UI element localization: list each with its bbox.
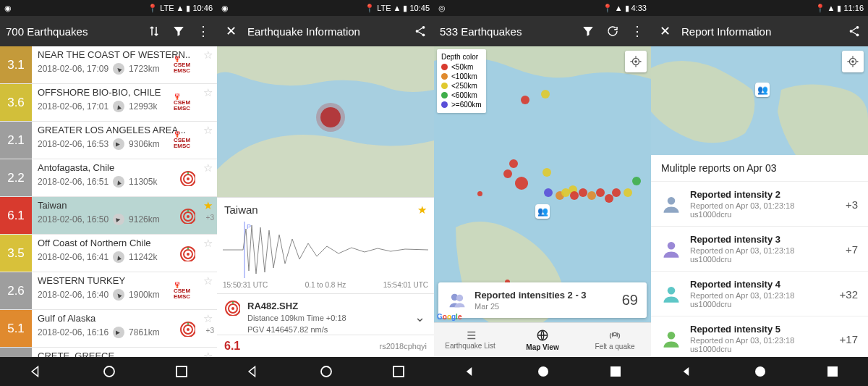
favorite-star[interactable]: ☆ — [203, 237, 213, 250]
nav-recent[interactable] — [392, 365, 405, 378]
earthquake-row[interactable]: 2.1GREATER LOS ANGELES AREA,..2018-02-06… — [0, 122, 217, 159]
legend-label: >=600km — [451, 101, 482, 109]
report-row[interactable]: Reported intensity 4Reported on Apr 03, … — [651, 272, 868, 316]
quake-dot[interactable] — [624, 188, 632, 197]
share-icon[interactable] — [846, 23, 862, 39]
overflow-icon[interactable]: ⋮ — [629, 23, 645, 39]
earthquake-row[interactable]: 2.8CRETE, GREECE2018-02-06, 16:05▲2141km… — [0, 348, 217, 357]
report-count: +3 — [846, 198, 858, 210]
quake-dot[interactable] — [596, 188, 605, 197]
earthquake-row[interactable]: 3.5Off Coast of Northern Chile2018-02-06… — [0, 235, 217, 272]
quake-dot[interactable] — [541, 90, 550, 98]
my-location-button[interactable] — [625, 51, 647, 72]
earthquake-row[interactable]: 5.1Gulf of Alaska2018-02-06, 16:16▲7861k… — [0, 310, 217, 348]
chevron-down-icon[interactable]: ⌄ — [414, 309, 425, 325]
quake-dot[interactable] — [544, 188, 553, 197]
quake-dot[interactable] — [579, 188, 587, 197]
battery-icon: ▮ — [186, 4, 190, 13]
report-id: us1000dcru — [690, 300, 794, 309]
nav-back[interactable] — [29, 364, 43, 379]
report-time: Reported on Apr 03, 01:23:18 — [690, 336, 794, 345]
quake-dot[interactable] — [477, 191, 482, 196]
appbar: ✕ Report Information — [651, 16, 868, 46]
nav-recent[interactable] — [175, 365, 188, 378]
favorite-star[interactable]: ☆ — [203, 124, 213, 137]
favorite-star[interactable]: ☆ — [203, 350, 213, 357]
quake-dot[interactable] — [521, 96, 529, 104]
report-row[interactable]: Reported intensity 2Reported on Apr 03, … — [651, 182, 868, 227]
time-text: 2018-02-06, 16:53 — [38, 139, 109, 149]
close-icon[interactable]: ✕ — [657, 23, 673, 39]
quake-dot[interactable] — [612, 188, 621, 197]
nav-back[interactable] — [464, 365, 477, 378]
quake-dot[interactable] — [570, 191, 579, 200]
distance-text: 1900km — [129, 290, 160, 300]
quake-dot[interactable] — [509, 159, 518, 168]
source-csem-icon: 🦞CSEMEMSC — [174, 94, 195, 112]
time-start: 15:50:31 UTC — [223, 281, 268, 289]
svg-point-11 — [187, 328, 190, 331]
world-map[interactable]: Depth color <50km<100km<250km<600km>=600… — [434, 46, 651, 357]
depth-legend: Depth color <50km<100km<250km<600km>=600… — [437, 49, 486, 113]
nav-recent[interactable] — [827, 366, 838, 377]
android-navbar — [651, 357, 868, 386]
user-report-marker[interactable]: 👥 — [535, 204, 550, 219]
earthquake-list[interactable]: 3.1NEAR THE COAST OF WESTERN..2018-02-06… — [0, 46, 217, 357]
seismograph[interactable]: P — [217, 219, 434, 281]
favorite-star[interactable]: ☆ — [203, 161, 213, 175]
user-report-marker[interactable]: 👥 — [755, 83, 770, 97]
nav-back[interactable] — [681, 365, 694, 378]
tab-map[interactable]: Map View — [506, 323, 579, 357]
favorite-star[interactable]: ☆ — [203, 312, 213, 325]
svg-rect-48 — [827, 366, 838, 377]
nav-back[interactable] — [246, 364, 260, 379]
source-ripple-icon — [179, 321, 195, 337]
location-map[interactable] — [217, 46, 434, 197]
quake-dot[interactable] — [605, 194, 613, 203]
time-text: 2018-02-06, 16:40 — [38, 290, 109, 300]
tab-list[interactable]: Earthquake List — [434, 323, 506, 357]
report-summary-card[interactable]: Reported intensities 2 - 3 Mar 25 69 — [438, 282, 647, 318]
tab-felt[interactable]: Felt a quake — [579, 323, 651, 357]
person-icon — [661, 194, 681, 214]
location-icon: 📍 — [815, 4, 825, 13]
close-icon[interactable]: ✕ — [223, 23, 239, 39]
favorite-star[interactable]: ★ — [417, 204, 427, 217]
legend-row: <100km — [441, 72, 482, 80]
quake-dot[interactable] — [542, 168, 551, 177]
favorite-star[interactable]: ☆ — [203, 274, 213, 288]
nav-home[interactable] — [754, 365, 767, 378]
favorite-star[interactable]: ★ — [203, 199, 213, 212]
share-icon[interactable] — [412, 23, 428, 39]
time-end: 15:54:01 UTC — [383, 281, 428, 289]
nav-home[interactable] — [537, 365, 550, 378]
earthquake-row[interactable]: 3.6OFFSHORE BIO-BIO, CHILE2018-02-06, 17… — [0, 84, 217, 122]
quake-dot[interactable] — [515, 177, 528, 190]
earthquake-row[interactable]: 2.6WESTERN TURKEY2018-02-06, 16:40▲1900k… — [0, 272, 217, 310]
refresh-icon[interactable] — [605, 23, 621, 39]
quake-dot[interactable] — [587, 191, 596, 200]
svg-point-44 — [668, 242, 676, 250]
favorite-star[interactable]: ☆ — [203, 86, 213, 99]
sort-icon[interactable] — [146, 23, 162, 39]
nav-home[interactable] — [319, 364, 333, 379]
filter-icon[interactable] — [171, 23, 187, 39]
nav-recent[interactable] — [610, 366, 621, 377]
report-title: Reported intensity 4 — [690, 279, 794, 290]
quake-dot[interactable] — [503, 169, 512, 178]
earthquake-row[interactable]: 2.2Antofagasta, Chile2018-02-06, 16:51▲1… — [0, 159, 217, 197]
report-map[interactable]: 👥 — [651, 46, 868, 155]
report-row[interactable]: Reported intensity 5Reported on Apr 03, … — [651, 316, 868, 357]
overflow-icon[interactable]: ⋮ — [195, 23, 211, 39]
nav-home[interactable] — [102, 364, 116, 379]
earthquake-row[interactable]: 6.1Taiwan2018-02-06, 16:50▲9126km★+3 — [0, 197, 217, 235]
time-text: 2018-02-06, 17:09 — [38, 64, 109, 74]
favorite-star[interactable]: ☆ — [203, 49, 213, 62]
distance-text: 11305k — [129, 177, 157, 187]
svg-point-22 — [231, 307, 234, 310]
earthquake-row[interactable]: 3.1NEAR THE COAST OF WESTERN..2018-02-06… — [0, 46, 217, 84]
my-location-button[interactable] — [842, 51, 864, 72]
report-row[interactable]: Reported intensity 3Reported on Apr 03, … — [651, 227, 868, 272]
quake-dot[interactable] — [632, 177, 641, 185]
filter-icon[interactable] — [580, 23, 596, 39]
